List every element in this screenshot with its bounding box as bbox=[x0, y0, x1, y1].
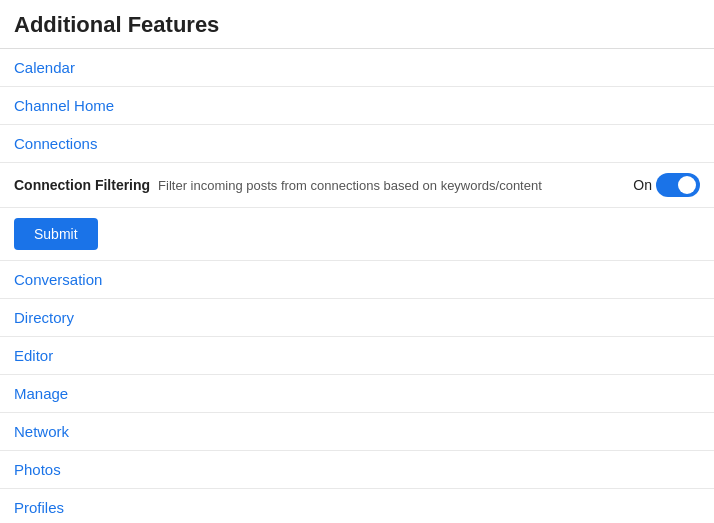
toggle-slider bbox=[656, 173, 700, 197]
nav-link-connections[interactable]: Connections bbox=[0, 125, 714, 162]
nav-item-manage: Manage bbox=[0, 375, 714, 413]
nav-link-network[interactable]: Network bbox=[0, 413, 714, 450]
submit-row: Submit bbox=[0, 208, 714, 261]
submit-button[interactable]: Submit bbox=[14, 218, 98, 250]
nav-item-network: Network bbox=[0, 413, 714, 451]
nav-item-photos: Photos bbox=[0, 451, 714, 489]
nav-link-manage[interactable]: Manage bbox=[0, 375, 714, 412]
nav-link-photos[interactable]: Photos bbox=[0, 451, 714, 488]
nav-item-editor: Editor bbox=[0, 337, 714, 375]
toggle-label: On bbox=[633, 177, 652, 193]
nav-link-profiles[interactable]: Profiles bbox=[0, 489, 714, 523]
nav-link-conversation[interactable]: Conversation bbox=[0, 261, 714, 298]
nav-link-channel-home[interactable]: Channel Home bbox=[0, 87, 714, 124]
nav-item-channel-home: Channel Home bbox=[0, 87, 714, 125]
page-container: Additional Features Calendar Channel Hom… bbox=[0, 0, 714, 523]
filter-description: Filter incoming posts from connections b… bbox=[158, 178, 625, 193]
nav-item-directory: Directory bbox=[0, 299, 714, 337]
filter-label: Connection Filtering bbox=[14, 177, 150, 193]
connection-filtering-row: Connection Filtering Filter incoming pos… bbox=[0, 163, 714, 208]
nav-list-bottom: Conversation Directory Editor Manage Net… bbox=[0, 261, 714, 523]
nav-item-calendar: Calendar bbox=[0, 49, 714, 87]
toggle-switch[interactable] bbox=[656, 173, 700, 197]
toggle-wrapper: On bbox=[633, 173, 700, 197]
nav-link-editor[interactable]: Editor bbox=[0, 337, 714, 374]
page-title: Additional Features bbox=[0, 0, 714, 49]
nav-item-profiles: Profiles bbox=[0, 489, 714, 523]
nav-list-top: Calendar Channel Home Connections bbox=[0, 49, 714, 163]
nav-item-connections: Connections bbox=[0, 125, 714, 163]
nav-link-calendar[interactable]: Calendar bbox=[0, 49, 714, 86]
nav-link-directory[interactable]: Directory bbox=[0, 299, 714, 336]
nav-item-conversation: Conversation bbox=[0, 261, 714, 299]
